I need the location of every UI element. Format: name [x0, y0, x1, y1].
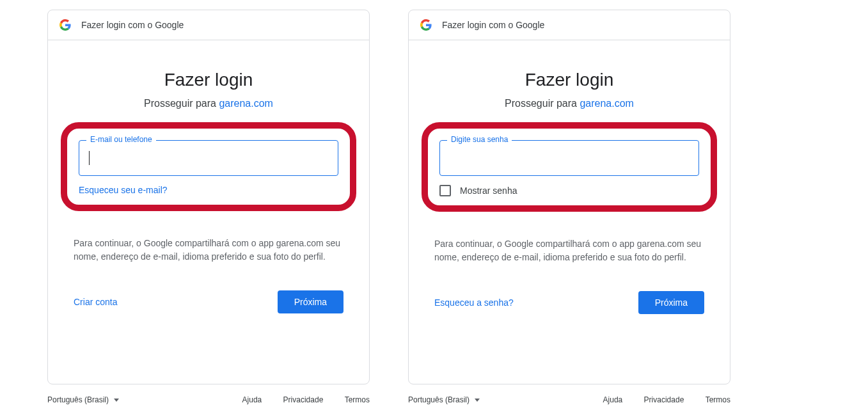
password-field-wrap: Digite sua senha [439, 140, 699, 176]
footer-links: Ajuda Privacidade Termos [584, 395, 730, 404]
language-selector[interactable]: Português (Brasil) [408, 395, 480, 404]
footer: Português (Brasil) Ajuda Privacidade Ter… [408, 395, 730, 404]
signin-panel-email: Fazer login com o Google Fazer login Pro… [47, 10, 370, 384]
action-row: Criar conta Próxima [74, 290, 343, 313]
panel-content: Fazer login Prosseguir para garena.com E… [48, 40, 369, 329]
highlight-annotation: Digite sua senha Mostrar senha [422, 122, 717, 212]
footer: Português (Brasil) Ajuda Privacidade Ter… [47, 395, 370, 404]
disclosure-text: Para continuar, o Google compartilhará c… [74, 237, 343, 264]
google-logo-icon [59, 19, 71, 31]
email-input[interactable] [79, 140, 338, 176]
password-input[interactable] [439, 140, 699, 176]
signin-panel-password: Fazer login com o Google Fazer login Pro… [408, 10, 730, 384]
privacy-link[interactable]: Privacidade [283, 395, 324, 404]
language-label: Português (Brasil) [47, 395, 109, 404]
email-field-label: E-mail ou telefone [86, 135, 156, 144]
show-password-checkbox[interactable] [439, 185, 451, 196]
help-link[interactable]: Ajuda [603, 395, 623, 404]
privacy-link[interactable]: Privacidade [644, 395, 684, 404]
panel-header: Fazer login com o Google [48, 10, 369, 40]
help-link[interactable]: Ajuda [242, 395, 262, 404]
page-title: Fazer login [434, 70, 704, 90]
header-label: Fazer login com o Google [81, 20, 184, 30]
app-link[interactable]: garena.com [580, 98, 634, 109]
terms-link[interactable]: Termos [706, 395, 730, 404]
next-button[interactable]: Próxima [638, 291, 704, 314]
header-label: Fazer login com o Google [442, 20, 544, 30]
subtitle: Prosseguir para garena.com [434, 98, 704, 109]
chevron-down-icon [475, 399, 480, 402]
google-logo-icon [420, 19, 432, 31]
panel-content: Fazer login Prosseguir para garena.com D… [409, 40, 730, 329]
action-row: Esqueceu a senha? Próxima [434, 291, 704, 314]
show-password-label: Mostrar senha [460, 186, 517, 196]
highlight-annotation: E-mail ou telefone Esqueceu seu e-mail? [61, 122, 356, 211]
subtitle-prefix: Prosseguir para [144, 98, 219, 109]
chevron-down-icon [114, 399, 119, 402]
forgot-password-link[interactable]: Esqueceu a senha? [434, 297, 514, 308]
create-account-link[interactable]: Criar conta [74, 297, 117, 307]
next-button[interactable]: Próxima [278, 290, 343, 313]
panel-header: Fazer login com o Google [409, 10, 730, 40]
password-field-label: Digite sua senha [447, 135, 512, 144]
show-password-row: Mostrar senha [439, 185, 699, 196]
language-selector[interactable]: Português (Brasil) [47, 395, 119, 404]
text-caret [89, 151, 90, 165]
page-title: Fazer login [74, 70, 343, 90]
email-field-wrap: E-mail ou telefone [79, 140, 338, 176]
subtitle: Prosseguir para garena.com [74, 98, 343, 109]
footer-links: Ajuda Privacidade Termos [223, 395, 370, 404]
language-label: Português (Brasil) [408, 395, 470, 404]
subtitle-prefix: Prosseguir para [505, 98, 580, 109]
forgot-email-link[interactable]: Esqueceu seu e-mail? [79, 185, 168, 195]
app-link[interactable]: garena.com [219, 98, 273, 109]
terms-link[interactable]: Termos [345, 395, 370, 404]
disclosure-text: Para continuar, o Google compartilhará c… [434, 237, 704, 264]
